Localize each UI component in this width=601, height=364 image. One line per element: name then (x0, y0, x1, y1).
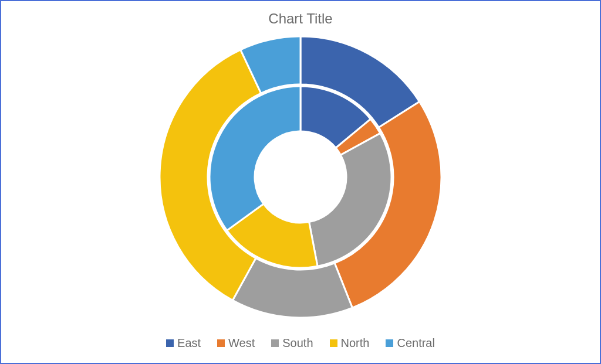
chart-container: Chart Title EastWestSouthNorthCentral (0, 0, 601, 364)
legend-label: North (341, 336, 370, 350)
chart-title: Chart Title (1, 11, 600, 27)
legend-swatch (166, 339, 174, 347)
legend-label: South (282, 336, 313, 350)
legend-swatch (330, 339, 337, 347)
legend-item: East (166, 336, 201, 350)
legend-label: East (177, 336, 201, 350)
legend-item: Central (386, 336, 434, 350)
legend-label: West (228, 336, 255, 350)
legend-swatch (217, 339, 225, 347)
legend-swatch (271, 339, 279, 347)
legend-item: West (217, 336, 255, 350)
legend-label: Central (397, 336, 434, 350)
donut-svg (157, 33, 444, 321)
legend-item: North (330, 336, 370, 350)
legend-swatch (386, 339, 393, 347)
legend-item: South (271, 336, 313, 350)
legend: EastWestSouthNorthCentral (1, 336, 600, 350)
donut-chart (1, 33, 600, 321)
